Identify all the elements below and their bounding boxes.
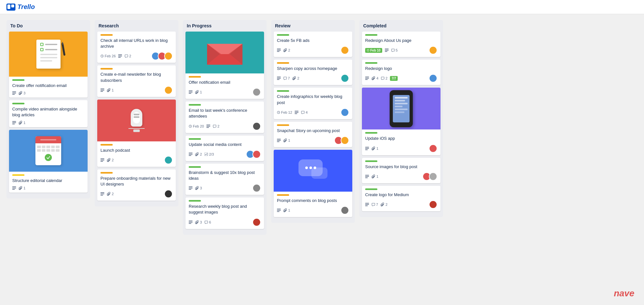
card-title: Email to last week's conference attendee… [189,108,261,119]
card-body: Redesign logo 4 2 7/7 [362,60,440,85]
svg-rect-49 [189,222,193,223]
meta-desc [189,186,193,190]
avatar [341,206,349,214]
card-research-3[interactable]: Launch podcast 2 [97,100,176,167]
meta-desc [100,192,104,195]
svg-rect-1 [7,5,10,9]
avatar [164,86,173,94]
column-todo: To Do [6,20,90,198]
card-ip-5[interactable]: Research weekly blog post and suggest im… [185,197,264,229]
svg-rect-56 [277,79,279,80]
avatars [252,122,261,130]
card-todo-1[interactable]: Create offer notification email 3 [9,32,88,98]
avatar [164,190,173,198]
avatars [341,108,349,117]
column-inprogress: In Progress Offer notification email [183,20,267,235]
card-title: Redesign About Us page [365,38,437,43]
svg-rect-20 [100,91,103,92]
card-meta: 1 [365,172,437,181]
card-comp-2[interactable]: Redesign logo 4 2 7/7 [362,60,440,85]
card-cover-calendar [9,130,88,172]
card-ip-1[interactable]: Offer notification email 1 [185,32,264,99]
card-todo-3[interactable]: Structure editorial calendar 1 [9,130,88,193]
card-body: Update social media content 2 2/3 [185,136,264,161]
avatars [246,150,261,158]
card-ip-3[interactable]: Update social media content 2 2/3 [185,136,264,161]
meta-desc [12,121,16,124]
meta-desc [12,91,16,95]
svg-line-59 [279,112,279,113]
card-rev-5[interactable]: Prompt comments on blog posts 1 [274,150,352,217]
card-research-1[interactable]: Check all internal URLs work in blog arc… [97,32,176,63]
card-title: Launch podcast [100,148,173,153]
card-comp-5[interactable]: Create logo for Medium 7 2 [362,186,440,211]
avatar [429,200,437,209]
avatar [164,156,173,164]
meta-checklist-badge: 7/7 [390,76,398,81]
label-bar [365,62,377,64]
column-title-review: Review [274,23,352,28]
meta-desc [100,89,104,92]
label-bar [100,68,113,70]
card-comp-3[interactable]: Update iOS app 1 [362,88,440,155]
card-title: Brainstorm & suggest 10x blog post ideas [189,170,261,181]
meta-attach: 3 [195,186,202,190]
svg-rect-55 [277,78,281,79]
label-bar [189,200,201,202]
card-meta: 4 2 7/7 [365,74,437,82]
card-rev-3[interactable]: Create infographics for weekly blog post… [274,88,352,119]
card-rev-2[interactable]: Sharpen copy across homepage 7 2 [274,60,352,85]
card-rev-1[interactable]: Create 5x FB ads 2 [274,32,352,57]
meta-desc [365,203,369,206]
nave-logo: nave [614,288,634,299]
svg-rect-66 [277,209,281,209]
card-title: Snapchat Story on upcoming post [277,128,349,134]
meta-desc [277,209,281,212]
card-research-2[interactable]: Create e-mail newsletter for blog subscr… [97,65,176,97]
card-comp-4[interactable]: Source images for blog post 1 [362,158,440,183]
meta-desc [365,175,369,178]
label-bar [365,34,377,36]
meta-comments: 2 [381,76,387,80]
card-rev-4[interactable]: Snapchat Story on upcoming post 1 [274,122,352,147]
card-meta: 2 [100,156,173,164]
label-bar [12,79,24,81]
label-bar [100,144,113,146]
card-comp-1[interactable]: Redesign About Us page Feb 10 5 [362,32,440,57]
card-meta: 1 [277,206,349,214]
svg-rect-82 [365,203,369,204]
card-body: Create e-mail newsletter for blog subscr… [97,65,176,97]
card-ip-4[interactable]: Brainstorm & suggest 10x blog post ideas… [185,164,264,195]
meta-attach: 1 [107,88,114,92]
svg-line-14 [102,56,103,56]
svg-rect-33 [189,92,193,92]
card-title: Update iOS app [365,136,437,141]
meta-desc [189,221,193,224]
card-meta: 1 [365,144,437,153]
card-ip-2[interactable]: Email to last week's conference attendee… [185,101,264,133]
card-title: Structure editorial calendar [12,178,84,184]
card-title: Create offer notification email [12,83,84,89]
svg-rect-52 [277,50,281,51]
meta-attach: 2 [381,203,387,206]
card-meta: Feb 10 5 [365,46,437,54]
meta-comments: 5 [391,48,398,52]
card-body: Create logo for Medium 7 2 [362,186,440,211]
card-meta: 2 2/3 [189,150,261,158]
card-todo-2[interactable]: Compile video animation alongside blog a… [9,100,88,127]
column-title-todo: To Do [9,23,88,28]
svg-rect-38 [206,125,210,125]
card-body: Sharpen copy across homepage 7 2 [274,60,352,85]
card-research-4[interactable]: Prepare onboarding materials for new UI … [97,169,176,201]
svg-rect-21 [100,158,104,159]
avatar [429,74,437,82]
card-title: Check all internal URLs work in blog arc… [100,38,173,49]
label-bar [365,188,377,190]
card-body: Create 5x FB ads 2 [274,32,352,57]
meta-attach: 1 [283,208,290,212]
board: To Do [0,14,644,241]
card-title: Create 5x FB ads [277,38,349,43]
svg-rect-48 [189,221,193,221]
card-title: Sharpen copy across homepage [277,66,349,71]
svg-rect-84 [365,205,368,206]
